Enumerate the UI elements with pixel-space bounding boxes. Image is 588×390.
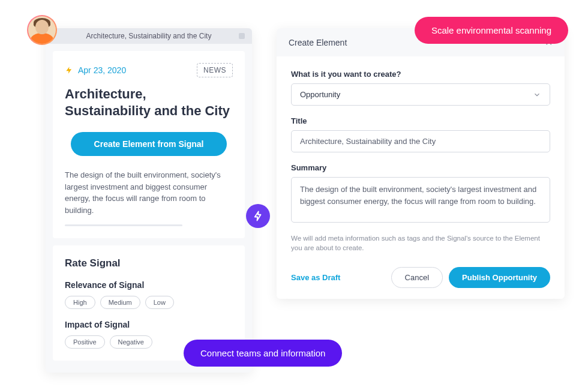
create-element-button[interactable]: Create Element from Signal (71, 132, 227, 156)
title-input[interactable] (291, 130, 550, 152)
dialog-title: Create Element (289, 38, 347, 47)
save-draft-link[interactable]: Save as Draft (291, 273, 340, 282)
signal-title: Architecture, Sustainability and the Cit… (65, 86, 233, 119)
chevron-down-icon (533, 91, 541, 99)
impact-label: Impact of Signal (65, 320, 233, 329)
relevance-chip-high[interactable]: High (65, 296, 95, 309)
type-label: What is it you want to create? (291, 70, 550, 79)
signal-date: Apr 23, 2020 (78, 65, 126, 75)
cancel-button[interactable]: Cancel (391, 267, 443, 288)
divider (65, 224, 182, 226)
meta-note: We will add meta information such as tag… (291, 233, 550, 253)
signal-block: Apr 23, 2020 NEWS Architecture, Sustaina… (53, 51, 245, 238)
avatar (27, 15, 57, 45)
summary-label: Summary (291, 163, 550, 172)
signal-card-header: Architecture, Sustainability and the Cit… (46, 28, 252, 44)
pink-callout-pill: Scale environmental scanning (415, 17, 568, 44)
relevance-chip-low[interactable]: Low (145, 296, 174, 309)
bolt-badge (246, 204, 270, 228)
type-selected-value: Opportunity (300, 90, 340, 99)
type-select[interactable]: Opportunity (291, 83, 550, 106)
window-icon (239, 33, 245, 39)
create-element-dialog: Create Element ✕ What is it you want to … (277, 28, 565, 299)
publish-button[interactable]: Publish Opportunity (449, 267, 550, 288)
avatar-image (28, 16, 56, 44)
rate-heading: Rate Signal (65, 257, 233, 269)
news-tag: NEWS (197, 63, 233, 77)
relevance-label: Relevance of Signal (65, 280, 233, 290)
summary-textarea[interactable] (291, 177, 550, 223)
impact-chip-negative[interactable]: Negative (110, 335, 152, 349)
purple-callout-pill: Connect teams and information (184, 340, 342, 367)
bolt-icon (253, 211, 263, 221)
bolt-icon (65, 66, 73, 74)
title-label: Title (291, 116, 550, 125)
relevance-chip-medium[interactable]: Medium (100, 296, 140, 309)
signal-header-title: Architecture, Sustainability and the Cit… (86, 32, 212, 40)
signal-description: The design of the built environment, soc… (65, 169, 233, 216)
impact-chip-positive[interactable]: Positive (65, 335, 105, 349)
signal-card: Architecture, Sustainability and the Cit… (46, 28, 252, 373)
